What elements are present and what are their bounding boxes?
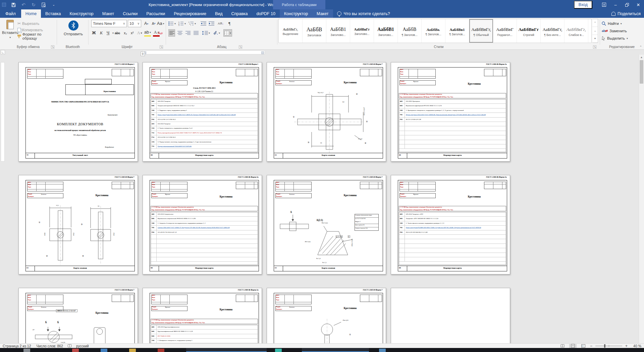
zoom-slider[interactable]	[595, 346, 622, 346]
tab-file[interactable]: Файл	[0, 9, 21, 18]
line-spacing-button[interactable]: ▾	[202, 29, 210, 37]
scroll-up-arrow[interactable]: ▲	[639, 55, 644, 59]
web-layout-button[interactable]	[580, 344, 587, 348]
page-7[interactable]: ГОСТ 3.1105-84 Форма 7 Дубл.Взам.Подл. Р…	[267, 175, 386, 274]
style-item[interactable]: АаБбВвГг Строгий	[517, 19, 541, 43]
page-2[interactable]: ГОСТ 3.1404-86 Форма 1 Дубл.Взам.Подл. Р…	[143, 62, 262, 162]
page-9[interactable]: ГОСТ 3.1105-84 Форма 7 Дубл.Взам.Подл. Р…	[18, 288, 138, 343]
tab-insert[interactable]: Вставка	[41, 9, 65, 18]
taskbar-app-icon[interactable]	[129, 349, 136, 352]
taskbar-app-icon[interactable]	[379, 349, 386, 352]
styles-dialog-launcher[interactable]: ↘	[593, 45, 596, 49]
restore-button[interactable]	[621, 0, 633, 9]
zoom-out-button[interactable]: −	[590, 344, 592, 348]
shrink-font-button[interactable]: А▾	[150, 20, 157, 27]
tell-me-box[interactable]: Что вы хотите сделать?	[333, 9, 394, 18]
style-item[interactable]: АаБбВв1 ¶ Заголов...	[445, 19, 469, 43]
table-move-handle-icon[interactable]: ✛	[141, 52, 145, 56]
taskbar-window-button[interactable]	[302, 348, 369, 352]
font-size-combo[interactable]: 10∨	[128, 20, 141, 27]
right-indent-marker[interactable]	[261, 51, 264, 54]
tab-help[interactable]: Справка	[227, 9, 252, 18]
align-left-button[interactable]	[168, 29, 175, 37]
styles-scroll-down[interactable]: ⌄	[592, 27, 598, 35]
decrease-indent-button[interactable]	[200, 20, 207, 27]
style-item[interactable]: АаБбВ1 Заголово...	[326, 19, 350, 43]
replace-button[interactable]: ab⇄Заменить	[602, 28, 627, 34]
styles-more-button[interactable]: ▾	[592, 35, 598, 43]
font-dialog-launcher[interactable]: ↘	[160, 45, 163, 49]
paragraph-dialog-launcher[interactable]: ↘	[239, 45, 242, 49]
tab-table-layout[interactable]: Макет	[312, 9, 333, 18]
styles-scroll-up[interactable]: ⌃	[592, 19, 598, 27]
subscript-button[interactable]: x₂	[122, 29, 129, 37]
undo-icon[interactable]: ↶	[21, 2, 26, 7]
bold-button[interactable]: Ж	[91, 29, 97, 37]
page-12[interactable]	[391, 288, 510, 343]
ribbon-display-options-icon[interactable]	[598, 0, 610, 9]
page-11[interactable]: ГОСТ 3.1105-84 Форма 7 Дубл.Взам.Подл. Р…	[267, 288, 386, 343]
borders-button[interactable]: ▾	[223, 29, 232, 37]
shading-button[interactable]: ▾	[213, 29, 220, 37]
page-4[interactable]: ГОСТ 3.1404-86 Форма 3а Дубл.Взам.Подл. …	[391, 62, 510, 162]
tab-home[interactable]: Home	[21, 9, 41, 18]
tab-table-design[interactable]: Конструктор	[280, 9, 312, 18]
sort-button[interactable]: АЯ↓	[217, 20, 224, 27]
justify-button[interactable]	[193, 29, 199, 37]
document-area[interactable]: ГОСТ 3.1105-84 Форма 2 Дубл.Взам.Подл. К…	[0, 55, 644, 343]
tab-view[interactable]: Вид	[211, 9, 227, 18]
style-item[interactable]: АаБбВвГг, Слабое в...	[565, 19, 588, 43]
page-1[interactable]: ГОСТ 3.1105-84 Форма 2 Дубл.Взам.Подл. К…	[18, 62, 138, 162]
taskbar-app-icon[interactable]	[72, 349, 79, 352]
font-name-combo[interactable]: Times New F∨	[91, 20, 127, 27]
minimize-button[interactable]: –	[610, 0, 621, 9]
tab-design[interactable]: Конструктор	[65, 9, 98, 18]
paste-button[interactable]: Вставить▾	[2, 20, 18, 39]
italic-button[interactable]: К	[98, 29, 105, 37]
zoom-level[interactable]: 40 %	[631, 344, 641, 348]
zoom-slider-thumb[interactable]	[604, 344, 605, 348]
read-mode-button[interactable]	[559, 344, 566, 348]
style-item[interactable]: АаБбВ Заголовок	[303, 19, 326, 43]
close-button[interactable]: ✕	[633, 0, 644, 9]
style-item[interactable]: АаБбВвГг, ¶ Без инте...	[541, 19, 565, 43]
taskbar-app-icon[interactable]	[158, 349, 164, 352]
style-item[interactable]: АаБбВвГг Заголово...	[350, 19, 374, 43]
bullets-button[interactable]: ▾	[168, 20, 176, 27]
strikethrough-button[interactable]: abc	[114, 29, 121, 37]
taskbar-app-icon[interactable]	[23, 349, 30, 352]
text-effects-button[interactable]: А▾	[136, 29, 143, 37]
language-indicator[interactable]: русский	[76, 344, 89, 348]
tab-review[interactable]: Рецензирование	[169, 9, 211, 18]
find-button[interactable]: Найти▾	[602, 20, 622, 27]
redo-icon[interactable]: ↻	[31, 2, 36, 7]
print-preview-icon[interactable]	[41, 2, 46, 7]
share-button[interactable]: Поделиться	[611, 9, 641, 18]
show-marks-button[interactable]: ¶	[226, 20, 233, 27]
numbering-button[interactable]: 123▾	[178, 20, 186, 27]
style-item[interactable]: АаБбВв. ¶ Заголов...	[422, 19, 445, 43]
tab-mailings[interactable]: Рассылки	[142, 9, 169, 18]
scrollbar-thumb[interactable]	[640, 60, 643, 84]
align-right-button[interactable]	[184, 29, 191, 37]
superscript-button[interactable]: x²	[129, 29, 136, 37]
taskbar-app-icon[interactable]	[101, 349, 107, 352]
tab-dopdf[interactable]: doPDF 10	[252, 9, 280, 18]
taskbar-app-icon[interactable]	[275, 349, 282, 352]
tab-references[interactable]: Ссылки	[118, 9, 142, 18]
tab-stop-selector[interactable]: ∟	[1, 50, 5, 54]
style-item[interactable]: АаБбВ ¶ Заголов...	[398, 19, 422, 43]
page-5[interactable]: ГОСТ 3.1105-84 Форма 7 Дубл.Взам.Подл. Р…	[18, 175, 138, 274]
style-item[interactable]: АаБбВвГг, ¶ Обычный	[469, 19, 493, 43]
align-center-button[interactable]	[176, 29, 183, 37]
word-count[interactable]: Число слов: 862	[37, 344, 63, 348]
bluetooth-send-button[interactable]: Отправить	[64, 20, 83, 36]
cut-button[interactable]: ✂Вырезать	[17, 20, 39, 27]
highlight-button[interactable]: ab▾	[144, 29, 151, 37]
zoom-in-button[interactable]: +	[625, 344, 628, 348]
taskbar-window-button[interactable]	[186, 348, 267, 352]
select-button[interactable]: Выделить▾	[602, 35, 628, 42]
grow-font-button[interactable]: А▴	[143, 20, 150, 27]
font-color-button[interactable]: А▾	[153, 29, 160, 37]
proofing-icon[interactable]	[68, 344, 71, 347]
